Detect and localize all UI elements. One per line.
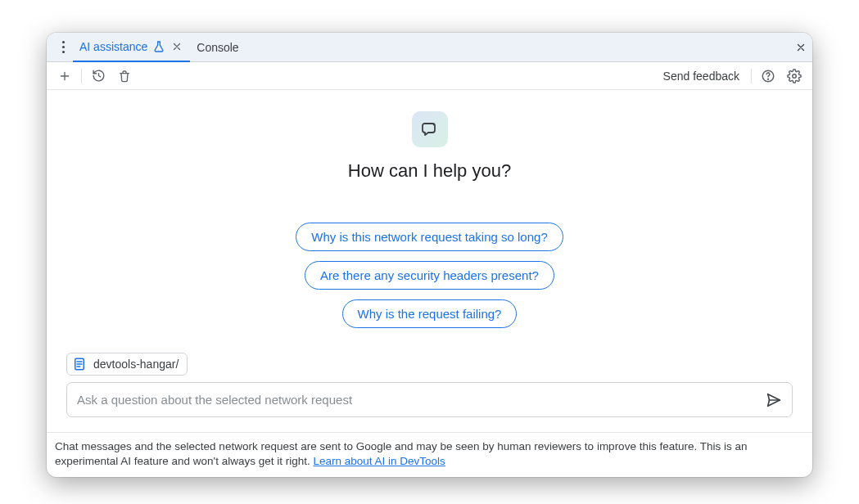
context-resource-label: devtools-hangar/: [93, 358, 179, 371]
delete-icon[interactable]: [115, 66, 134, 86]
send-feedback-link[interactable]: Send feedback: [658, 68, 744, 84]
suggestion-chip[interactable]: Why is the request failing?: [342, 299, 518, 328]
close-tab-icon[interactable]: [170, 40, 183, 53]
disclaimer-footer: Chat messages and the selected network r…: [47, 432, 812, 477]
experiment-flask-icon: [152, 40, 165, 53]
svg-point-1: [768, 79, 769, 79]
send-icon[interactable]: [761, 387, 787, 413]
more-options-icon[interactable]: [53, 38, 73, 57]
tab-console[interactable]: Console: [190, 33, 245, 62]
tab-ai-assistance[interactable]: AI assistance: [73, 33, 190, 62]
tab-strip: AI assistance Console: [47, 33, 812, 62]
document-icon: [72, 357, 87, 371]
help-icon[interactable]: [758, 66, 778, 86]
prompt-input[interactable]: [77, 386, 761, 413]
tab-label: AI assistance: [79, 40, 147, 53]
tab-label: Console: [197, 41, 238, 54]
main-area: How can I help you? Why is this network …: [47, 90, 812, 432]
toolbar: Send feedback: [47, 62, 812, 90]
page-headline: How can I help you?: [348, 160, 511, 182]
suggestion-list: Why is this network request taking so lo…: [296, 223, 563, 328]
new-chat-icon[interactable]: [55, 66, 75, 86]
separator: [751, 69, 752, 83]
devtools-panel: AI assistance Console Send feedback: [47, 33, 812, 477]
close-panel-icon[interactable]: [794, 41, 807, 54]
context-resource-pill[interactable]: devtools-hangar/: [66, 353, 188, 376]
prompt-input-container: [66, 382, 793, 417]
settings-gear-icon[interactable]: [784, 66, 804, 86]
ai-spark-icon: [412, 111, 448, 147]
history-icon[interactable]: [88, 66, 108, 86]
svg-point-2: [793, 74, 797, 78]
separator: [81, 69, 82, 83]
suggestion-chip[interactable]: Are there any security headers present?: [305, 261, 554, 290]
learn-more-link[interactable]: Learn about AI in DevTools: [314, 455, 445, 467]
suggestion-chip[interactable]: Why is this network request taking so lo…: [296, 223, 563, 251]
